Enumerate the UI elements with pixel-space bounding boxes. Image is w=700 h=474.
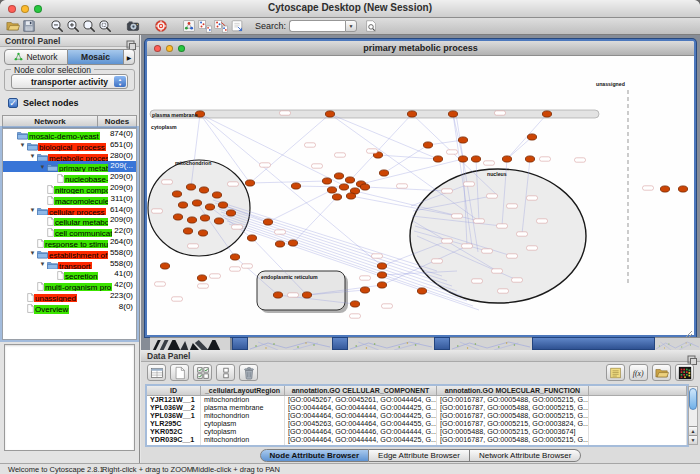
annotation-icon[interactable] — [229, 19, 245, 34]
column-header[interactable]: annotation.GO CELLULAR_COMPONENT — [285, 386, 437, 395]
background-window-fragment[interactable] — [655, 337, 700, 350]
column-header[interactable]: annotation.GO MOLECULAR_FUNCTION — [437, 386, 589, 395]
network-node[interactable] — [187, 217, 196, 223]
zoom-out-icon[interactable] — [49, 19, 65, 34]
new-attribute-icon[interactable] — [170, 364, 189, 381]
search-input[interactable] — [289, 20, 345, 32]
network-node[interactable] — [288, 240, 297, 246]
network-node[interactable] — [542, 111, 551, 117]
tree-row[interactable]: nitrogen compo209(0) — [3, 183, 136, 194]
table-cell[interactable]: [GO:0016787, GO:0005488, GO:0005215, G..… — [437, 436, 589, 444]
tree-row[interactable]: ▼metabolic process280(0) — [3, 151, 136, 162]
network-canvas[interactable]: plasma membranecytoplasmmitochondrionnuc… — [147, 56, 694, 335]
table-cell[interactable]: [GO:0005488, GO:0005215, GO:0003674] — [437, 428, 589, 436]
unselect-attributes-icon[interactable] — [216, 364, 235, 381]
tree-row[interactable]: ▼cellular process614(0) — [3, 205, 136, 216]
expander-icon[interactable]: ▼ — [18, 140, 27, 151]
network-node[interactable] — [172, 191, 181, 197]
network-node[interactable] — [183, 228, 192, 234]
table-row[interactable]: YJR121W__1mitochondrion[GO:0045267, GO:0… — [147, 396, 687, 404]
table-cell[interactable]: mitochondrion — [201, 436, 285, 444]
network-node[interactable] — [448, 111, 457, 117]
table-cell[interactable]: [GO:0045267, GO:0045261, GO:0044464, G..… — [285, 396, 437, 404]
select-attributes-icon[interactable] — [193, 364, 212, 381]
network-node[interactable] — [247, 235, 256, 241]
expander-icon[interactable]: ▼ — [28, 248, 37, 259]
network-node[interactable] — [360, 184, 369, 190]
expander-icon[interactable]: ▼ — [28, 205, 37, 216]
float-panel-icon[interactable] — [687, 351, 697, 361]
table-cell[interactable]: [GO:0044464, GO:0044446, GO:0044444, G..… — [285, 428, 437, 436]
snapshot-icon[interactable] — [125, 19, 141, 34]
table-cell[interactable]: YDR039C__1 — [147, 436, 201, 444]
network-node[interactable] — [458, 137, 467, 143]
tree-row[interactable]: unassigned223(0) — [3, 291, 136, 302]
tree-column-nodes[interactable]: Nodes — [97, 115, 137, 128]
zoom-region-icon[interactable] — [97, 19, 113, 34]
network-node[interactable] — [332, 194, 341, 200]
tree-column-network[interactable]: Network — [2, 115, 97, 128]
network-node[interactable] — [192, 200, 201, 206]
network-node[interactable] — [660, 186, 669, 192]
table-cell[interactable]: [GO:0016787, GO:0005488, GO:0005215, G..… — [437, 412, 589, 420]
save-icon[interactable] — [21, 19, 37, 34]
table-row[interactable]: YKR052Ccytoplasm[GO:0044464, GO:0044446,… — [147, 428, 687, 436]
network-node[interactable] — [245, 180, 254, 186]
table-cell[interactable]: cytoplasm — [201, 420, 285, 428]
import-matrix-icon[interactable] — [675, 364, 694, 381]
network-node[interactable] — [377, 282, 386, 288]
network-node[interactable] — [226, 210, 235, 216]
network-node[interactable] — [291, 183, 300, 189]
attribute-table-icon[interactable] — [147, 364, 166, 381]
network-window-titlebar[interactable]: primary metabolic process — [147, 41, 694, 56]
zoom-in-icon[interactable] — [65, 19, 81, 34]
window-titlebar[interactable]: Cytoscape Desktop (New Session) — [0, 0, 700, 18]
network-node[interactable] — [334, 173, 343, 179]
tree-row[interactable]: mosaic-demo-yeast874(0) — [3, 129, 136, 140]
network-node[interactable] — [360, 287, 369, 293]
table-cell[interactable]: [GO:0044464, GO:0044444, GO:0044425, G..… — [285, 404, 437, 412]
table-cell[interactable]: [GO:0044464, GO:0044444, GO:0044425, G..… — [285, 436, 437, 444]
open-folder-icon[interactable] — [5, 19, 21, 34]
network-node[interactable] — [198, 230, 207, 236]
layout-copy-icon[interactable] — [197, 19, 213, 34]
network-node[interactable] — [678, 186, 687, 192]
background-window-fragment[interactable] — [348, 337, 434, 350]
table-row[interactable]: YDR039C__1mitochondrion[GO:0044464, GO:0… — [147, 436, 687, 444]
table-cell[interactable]: [GO:0044464, GO:0044444, GO:0044425, G..… — [285, 412, 437, 420]
network-node[interactable] — [379, 170, 388, 176]
column-header[interactable]: ID — [147, 386, 201, 395]
search-dropdown-icon[interactable]: ▼ — [345, 20, 357, 32]
network-node[interactable] — [275, 241, 284, 247]
network-node[interactable] — [525, 156, 534, 162]
table-cell[interactable]: YPL036W__1 — [147, 412, 201, 420]
table-cell[interactable]: [GO:0016787, GO:0005215, GO:0003824, G..… — [437, 420, 589, 428]
node-color-dropdown[interactable]: transporter activity ▲▼ — [11, 74, 128, 89]
network-node[interactable] — [423, 142, 432, 148]
tab-mosaic[interactable]: Mosaic — [68, 49, 124, 65]
table-row[interactable]: YPL036W__2plasma membrane[GO:0044464, GO… — [147, 404, 687, 412]
tree-row[interactable]: Overview8(0) — [3, 302, 136, 313]
expander-icon[interactable]: ▼ — [38, 259, 47, 270]
table-cell[interactable]: plasma membrane — [201, 404, 285, 412]
background-window-corner[interactable] — [434, 337, 450, 350]
network-node[interactable] — [346, 193, 355, 199]
network-node[interactable] — [471, 156, 480, 162]
table-cell[interactable]: [GO:0016787, GO:0005488, GO:0005215, G..… — [437, 396, 589, 404]
network-node[interactable] — [263, 219, 272, 225]
zoom-fit-icon[interactable] — [81, 19, 97, 34]
select-nodes-checkbox[interactable] — [8, 98, 18, 108]
table-cell[interactable]: [GO:0016787, GO:0005488, GO:0005215, G..… — [437, 404, 589, 412]
tree-row[interactable]: macromolecule311(0) — [3, 194, 136, 205]
table-row[interactable]: YLR295Ccytoplasm[GO:0045263, GO:0044464,… — [147, 420, 687, 428]
network-node[interactable] — [173, 214, 182, 220]
attribute-batch-icon[interactable] — [606, 364, 625, 381]
tree-row[interactable]: ▼primary metabo209(... — [3, 161, 136, 172]
tree-row[interactable]: ▼establishment of lo558(0) — [3, 248, 136, 259]
tree-row[interactable]: nucleobase-209(0) — [3, 172, 136, 183]
network-node[interactable] — [230, 254, 239, 260]
layout-move-icon[interactable] — [213, 19, 229, 34]
network-node[interactable] — [212, 192, 221, 198]
table-cell[interactable]: cytoplasm — [201, 428, 285, 436]
tree-row[interactable]: response to stimulu264(0) — [3, 237, 136, 248]
